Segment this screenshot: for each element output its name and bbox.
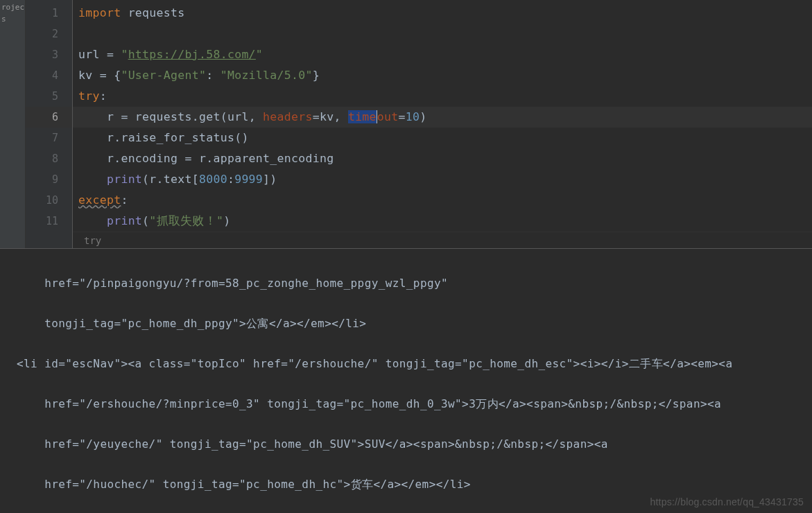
line-number[interactable]: 10 bbox=[26, 190, 72, 211]
console-line: href="/pinpaigongyu/?from=58_pc_zonghe_h… bbox=[17, 273, 812, 293]
console-line: href="/huochec/" tongji_tag="pc_home_dh_… bbox=[17, 474, 812, 494]
line-number[interactable]: 11 bbox=[26, 211, 72, 232]
line-number[interactable]: 8 bbox=[26, 148, 72, 169]
code-line: url = "https://bj.58.com/" bbox=[73, 44, 812, 65]
console-line: tongji_tag="pc_home_dh_ppgy">公寓</a></em>… bbox=[17, 313, 812, 333]
line-number[interactable]: 4 bbox=[26, 65, 72, 86]
breadcrumb[interactable]: try bbox=[73, 232, 812, 248]
console-line: href="/yeuyeche/" tongji_tag="pc_home_dh… bbox=[17, 434, 812, 454]
project-tool-panel[interactable]: rojec s bbox=[0, 0, 26, 248]
console-line: href="/ershouche/?minprice=0_3" tongji_t… bbox=[17, 394, 812, 414]
code-line: r.raise_for_status() bbox=[73, 128, 812, 148]
code-line: r.encoding = r.apparent_encoding bbox=[73, 148, 812, 169]
gutter[interactable]: 1 2 3 4 5 6 7 8 9 10 11 bbox=[26, 0, 73, 248]
code-line: print(r.text[8000:9999]) bbox=[73, 169, 812, 190]
line-number[interactable]: 2 bbox=[26, 24, 72, 44]
watermark-text: https://blog.csdn.net/qq_43431735 bbox=[650, 496, 804, 507]
line-number[interactable]: 7 bbox=[26, 128, 72, 148]
line-number[interactable]: 1 bbox=[26, 3, 72, 24]
code-line: import requests bbox=[73, 3, 812, 24]
console-output[interactable]: href="/pinpaigongyu/?from=58_pc_zonghe_h… bbox=[0, 248, 812, 513]
line-number[interactable]: 3 bbox=[26, 44, 72, 65]
code-line: except: bbox=[73, 190, 812, 211]
code-editor[interactable]: import requests url = "https://bj.58.com… bbox=[73, 0, 812, 248]
code-line: r = requests.get(url, headers=kv, timeou… bbox=[73, 107, 812, 128]
project-label-2: s bbox=[0, 13, 25, 25]
line-number[interactable]: 9 bbox=[26, 169, 72, 190]
editor-pane: rojec s 1 2 3 4 5 6 7 8 9 10 11 import r… bbox=[0, 0, 812, 248]
code-line: kv = {"User-Agent": "Mozilla/5.0"} bbox=[73, 65, 812, 86]
code-line: try: bbox=[73, 86, 812, 107]
line-number[interactable]: 5 bbox=[26, 86, 72, 107]
code-line: print("抓取失败！") bbox=[73, 211, 812, 232]
project-label-1: rojec bbox=[0, 1, 25, 13]
console-line: <li id="escNav"><a class="topIco" href="… bbox=[17, 354, 812, 374]
code-line bbox=[73, 24, 812, 44]
line-number[interactable]: 6 bbox=[26, 107, 72, 128]
